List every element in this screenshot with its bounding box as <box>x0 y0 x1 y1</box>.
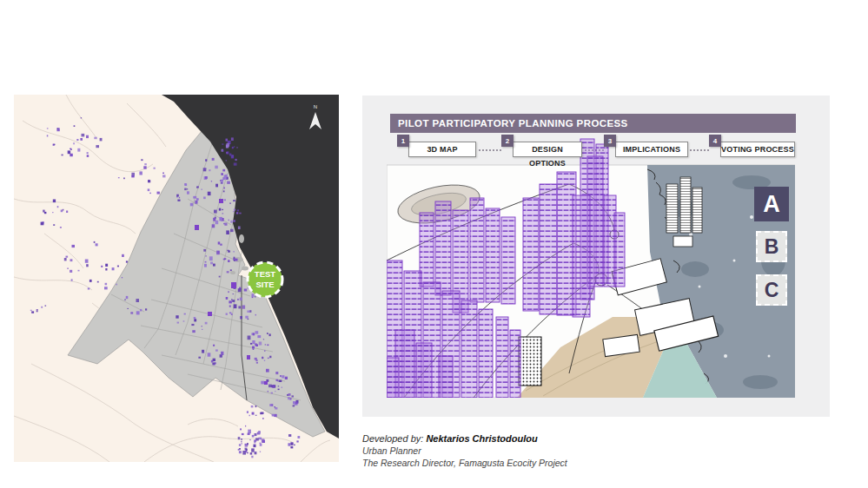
step-voting-process[interactable]: 4 VOTING PROCESS <box>720 142 795 157</box>
panel-title-bar: PILOT PARTICIPATORY PLANNING PROCESS <box>390 114 796 133</box>
3d-map-scene <box>387 130 795 398</box>
option-a-label: A <box>763 191 780 218</box>
step-number-badge: 4 <box>709 135 721 147</box>
step-implications[interactable]: 3 IMPLICATIONS <box>615 142 688 157</box>
option-b-label: B <box>765 235 779 259</box>
svg-text:SITE: SITE <box>255 280 274 289</box>
credit-role: Urban Planner <box>362 445 567 456</box>
city-map-svg: N TEST SITE <box>14 95 339 462</box>
step-number-badge: 1 <box>397 135 409 147</box>
credit-developed-by: Developed by: Nektarios Christodoulou <box>362 433 567 444</box>
step-label: 3D MAP <box>408 142 476 157</box>
panel-title: PILOT PARTICIPATORY PLANNING PROCESS <box>398 118 628 129</box>
credits-block: Developed by: Nektarios Christodoulou Ur… <box>362 433 567 468</box>
svg-text:TEST: TEST <box>255 269 275 279</box>
step-number-badge: 3 <box>604 135 616 147</box>
credit-prefix: Developed by: <box>362 433 423 444</box>
option-c-label: C <box>765 279 779 302</box>
option-a-button[interactable]: A <box>754 187 789 221</box>
test-site-marker[interactable]: TEST SITE <box>248 262 282 297</box>
step-number-badge: 2 <box>501 135 514 147</box>
svg-text:N: N <box>314 104 317 109</box>
step-3d-map[interactable]: 1 3D MAP <box>408 142 476 157</box>
step-label: VOTING PROCESS <box>720 142 795 157</box>
planning-process-panel: PILOT PARTICIPATORY PLANNING PROCESS 1 3… <box>362 96 830 417</box>
city-map: N TEST SITE <box>14 95 339 462</box>
option-b-button[interactable]: B <box>756 231 787 262</box>
credit-name: Nektarios Christodoulou <box>426 433 537 444</box>
step-label: IMPLICATIONS <box>615 142 688 157</box>
step-label: DESIGN OPTIONS <box>513 142 582 157</box>
slide: N TEST SITE PILOT PARTICIPATORY PLANNING… <box>0 0 868 488</box>
credit-affiliation: The Research Director, Famagusta Ecocity… <box>362 458 567 468</box>
step-design-options[interactable]: 2 DESIGN OPTIONS <box>513 142 582 157</box>
option-c-button[interactable]: C <box>756 274 787 306</box>
